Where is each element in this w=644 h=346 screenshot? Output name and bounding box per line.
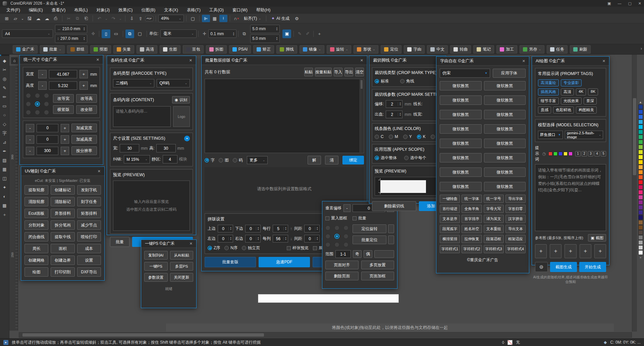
import-icon[interactable]: ⇩	[128, 15, 136, 22]
prompt-slot-number[interactable]: 3	[588, 151, 593, 156]
outline-color-icon[interactable]: ◆	[604, 340, 607, 345]
prompt-tag[interactable]: 构图精美	[576, 107, 597, 114]
mesh-tool[interactable]: ▨	[0, 156, 9, 164]
menu-item[interactable]: 编辑(E)	[24, 7, 47, 13]
text-tool-button[interactable]: 框架适应	[505, 235, 526, 243]
palette-color[interactable]	[638, 185, 643, 190]
data-table-area[interactable]	[205, 79, 364, 153]
odd-pages-button[interactable]: 奇	[353, 250, 362, 258]
barcode-preview-area[interactable]: 输入内容后显示预览 选中图片点击这里识别二维码	[113, 181, 190, 231]
model-select[interactable]: gemini-2.5-flash-image⌄	[565, 131, 603, 139]
screenshot-generate-button[interactable]: 截图生成	[550, 262, 577, 272]
plugin-psai[interactable]: PSAI	[229, 45, 251, 54]
prompt-tag[interactable]: 质感	[538, 107, 551, 114]
add-width-button[interactable]: 加减宽度	[71, 124, 97, 132]
decrease-button[interactable]: -	[26, 135, 34, 144]
prompt-tag[interactable]: 4K	[576, 88, 586, 95]
anchor-dot[interactable]	[325, 225, 330, 230]
plugin-hd[interactable]: 高清	[137, 45, 157, 54]
delete-page-button[interactable]: 删除页面	[325, 272, 359, 280]
close-icon[interactable]: ✕	[94, 58, 99, 62]
anchor-dot[interactable]	[26, 93, 31, 98]
text-tool-button[interactable]: 首字排序	[462, 215, 482, 223]
delete-crop-marks-button[interactable]: 删除裁切线	[372, 201, 416, 211]
font-preset-button[interactable]: 微软雅黑	[440, 110, 482, 119]
batch-impose-button[interactable]: 批量套版	[205, 257, 256, 267]
palette-color[interactable]	[638, 230, 643, 235]
black-radio[interactable]: K	[417, 134, 426, 139]
anchor-dot[interactable]	[26, 110, 31, 115]
menu-item[interactable]: 文本(X)	[160, 7, 182, 13]
eyedropper-tool[interactable]: ✦	[0, 183, 9, 192]
anchor-dot[interactable]	[334, 225, 339, 230]
palette-color[interactable]	[638, 200, 643, 205]
barcode-content-input[interactable]: 请输入条码内容...	[113, 106, 171, 127]
text-tool-button[interactable]: 拉伸恢复	[462, 235, 482, 243]
menu-item[interactable]: 帮助(H)	[252, 7, 275, 13]
anchor-dot[interactable]	[325, 242, 330, 247]
uv-action-button[interactable]: 发刻字机	[77, 185, 101, 195]
right-margin-field[interactable]: 0▲▼	[245, 235, 261, 243]
uv-action-button[interactable]: 创建标记	[51, 185, 74, 195]
spinner-icons[interactable]: ▲▼	[276, 27, 278, 31]
uv-action-button[interactable]: 拆分笔画	[51, 220, 74, 230]
palette-color[interactable]	[638, 245, 643, 250]
plugin-rotate[interactable]: 旋转⌄	[327, 45, 352, 54]
chevron-down-icon[interactable]: ⌄	[20, 15, 25, 22]
plugin-batch[interactable]: 批量⌄	[40, 45, 65, 54]
palette-color[interactable]	[638, 130, 643, 134]
palette-color[interactable]	[638, 155, 643, 159]
independent-page-radio[interactable]: 独立页	[242, 245, 260, 251]
increase-button[interactable]: +	[61, 147, 69, 155]
plugin-tasks[interactable]: 任务	[547, 45, 568, 54]
crop-tool[interactable]: ✂	[0, 66, 9, 74]
anchor-dot[interactable]	[35, 110, 40, 115]
grid-toggle-icon[interactable]: ▦	[211, 15, 219, 22]
palette-color[interactable]	[638, 115, 643, 119]
each-object-radio[interactable]: 选中每个	[404, 155, 426, 161]
uv-action-button[interactable]: 减少节点	[77, 220, 101, 230]
more-tools[interactable]: ＋	[0, 210, 9, 219]
height-increase-button[interactable]: +	[79, 81, 88, 90]
prompt-slot-number[interactable]: 2	[582, 151, 587, 156]
logo-slot[interactable]: Logo	[173, 106, 190, 127]
close-window-icon[interactable]: ✕	[638, 1, 641, 6]
plugin-genimage[interactable]: 生图	[160, 45, 180, 54]
palette-color[interactable]	[638, 195, 643, 200]
menu-item[interactable]: 窗口(W)	[228, 7, 252, 13]
reference-image-slot[interactable]: +	[594, 244, 606, 258]
data-toolbar-button[interactable]: 清空	[355, 68, 364, 76]
vertical-ruler[interactable]: 300 250	[9, 66, 18, 331]
fast-pdf-button[interactable]: 急速PDF	[259, 257, 310, 267]
type-text-radio[interactable]: 字	[205, 157, 215, 163]
uv-action-button[interactable]: 分割对象	[24, 220, 48, 230]
palette-color[interactable]	[638, 105, 643, 109]
font-preset-button[interactable]: 微软雅黑	[484, 139, 526, 148]
cloud-upload-icon[interactable]: ☁	[43, 15, 51, 22]
equal-width-button[interactable]: 改等宽	[53, 94, 74, 103]
prompt-tag[interactable]: 高清重绘	[538, 79, 559, 86]
range-value[interactable]: 1-1	[335, 250, 351, 258]
width-decrease-button[interactable]: -	[38, 70, 47, 78]
plugin-shape[interactable]: 形状⌄	[354, 45, 378, 54]
palette-color[interactable]	[638, 190, 643, 195]
palette-color[interactable]	[638, 165, 643, 169]
spinner-icons[interactable]: ▲▼	[83, 37, 85, 41]
multi-page-place-button[interactable]: 多页放置	[361, 261, 394, 269]
close-icon[interactable]: ✕	[95, 169, 101, 174]
rectangle-tool[interactable]: ▭	[0, 102, 9, 110]
batch-position-button[interactable]: 批量定位	[353, 235, 386, 244]
export-icon[interactable]: ⇧	[137, 15, 145, 22]
guidelines-toggle-icon[interactable]: ⍿	[219, 15, 227, 22]
position-rotate-button[interactable]: 定位旋转	[353, 224, 386, 233]
text-tool-button[interactable]: 横排竖排	[440, 235, 460, 243]
menu-item[interactable]: 工具(O)	[205, 7, 228, 13]
clear-button[interactable]: 清	[325, 156, 338, 164]
uv-action-button[interactable]: 面积	[51, 244, 74, 253]
text-tool-button[interactable]: 段落适框	[484, 235, 504, 243]
swap-orientation-button[interactable]: 横竖版	[53, 105, 74, 114]
fill-bucket-icon[interactable]: ◊	[502, 340, 504, 345]
ps-action-button[interactable]: 多层PS	[170, 262, 194, 271]
chevron-down-icon[interactable]: ⌄	[104, 15, 109, 22]
change-all-button[interactable]: 改全部	[76, 105, 97, 114]
